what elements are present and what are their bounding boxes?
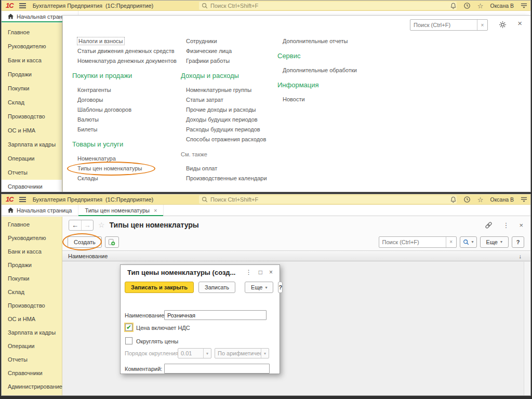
vertical-scrollbar[interactable] [524,262,530,395]
history-icon[interactable] [463,2,471,9]
sidebar-item-spravochniki[interactable]: Справочники [2,366,62,380]
name-input[interactable] [164,310,267,320]
help-button[interactable]: ? [512,236,524,248]
menu-item-sotrudniki[interactable]: Сотрудники [181,36,267,46]
sort-descending-icon[interactable]: ↓ [519,253,522,259]
main-menu-icon[interactable] [19,3,26,8]
forward-arrow-button[interactable]: → [81,220,93,230]
sidebar-item-os-nma[interactable]: ОС и НМА [2,124,62,138]
menu-item-valyuty[interactable]: Валюты [72,115,177,125]
menu-search-clear-icon[interactable]: × [477,20,487,30]
maximize-icon[interactable]: □ [259,269,262,276]
create-group-button[interactable] [105,236,119,248]
sidebar-item-glavnoe[interactable]: Главное [2,25,62,39]
dialog-help-button[interactable]: ? [278,282,283,293]
menu-item-prochie[interactable]: Прочие доходы и расходы [181,105,267,115]
menu-item-dop-obrabotki[interactable]: Дополнительные обработки [277,65,357,75]
sidebar-item-prodazhi[interactable]: Продажи [2,258,62,272]
sidebar-item-proizvodstvo[interactable]: Производство [2,299,62,312]
menu-search-input[interactable] [410,22,477,28]
create-button[interactable]: Создать [68,236,102,248]
dialog-window-icons: ⋮ □ × [246,269,273,276]
sidebar-item-prodazhi[interactable]: Продажи [2,68,62,82]
sidebar-item-proizvodstvo[interactable]: Производство [2,110,62,124]
menu-item-dds[interactable]: Статьи движения денежных средств [72,46,177,56]
sidebar-item-spravochniki[interactable]: Справочники [2,180,62,192]
tab-home[interactable]: Начальная страница [2,205,78,216]
menu-item-grafiki[interactable]: Графики работы [181,56,267,66]
sidebar-item-otchety[interactable]: Отчеты [2,166,62,180]
more-button[interactable]: Еще ▾ [480,236,509,248]
menu-item-bilety[interactable]: Билеты [72,125,177,135]
sidebar-item-rukovoditelyu[interactable]: Руководителю [2,39,62,54]
back-arrow-button[interactable]: ← [69,220,81,230]
global-search-input[interactable]: Поиск Ctrl+Shift+F [199,2,457,10]
user-menu[interactable]: Оксана В [490,196,514,203]
menu-item-kontragenty[interactable]: Контрагенты [72,85,177,95]
notifications-bell-icon[interactable] [450,196,457,203]
menu-item-den-dokumenty[interactable]: Номенклатура денежных документов [72,56,177,66]
sidebar-item-pokupki[interactable]: Покупки [2,272,62,285]
menu-item-dogovory[interactable]: Договоры [72,95,177,105]
round-checkbox[interactable] [125,337,132,344]
sidebar-item-glavnoe[interactable]: Главное [2,218,62,231]
menu-item-novosti[interactable]: Новости [277,95,357,104]
sidebar-item-operacii[interactable]: Операции [2,339,62,353]
menu-item-dohody-bp[interactable]: Доходы будущих периодов [181,115,267,125]
list-column-header[interactable]: Наименование ↓ [62,250,530,261]
gear-icon[interactable] [499,21,507,29]
kebab-menu-icon[interactable]: ⋮ [502,221,509,229]
tab-close-icon[interactable]: × [154,207,157,214]
menu-item-dop-otchety[interactable]: Дополнительные отчеты [277,36,357,46]
sidebar-item-bank-kassa[interactable]: Банк и касса [2,54,62,68]
menu-item-stati-zatrat[interactable]: Статьи затрат [181,95,267,105]
kebab-menu-icon[interactable]: ⋮ [246,269,252,276]
global-search-input[interactable]: Поиск Ctrl+Shift+F [199,195,457,204]
menu-item-rashody-bp[interactable]: Расходы будущих периодов [181,125,267,135]
menu-item-fiz-lica[interactable]: Физические лица [181,46,267,56]
sidebar-item-zarplata[interactable]: Зарплата и кадры [2,138,62,152]
menu-item-tipy-cen[interactable]: Типы цен номенклатуры [72,164,177,174]
dialog-more-button[interactable]: Еще ▾ [245,282,273,293]
sidebar-item-pokupki[interactable]: Покупки [2,82,62,96]
link-icon[interactable] [485,221,493,229]
main-menu-icon[interactable] [19,197,26,202]
sidebar-item-os-nma[interactable]: ОС и НМА [2,312,62,326]
comment-input[interactable] [164,364,270,374]
sidebar-item-sklad[interactable]: Склад [2,96,62,110]
menu-item-sposoby[interactable]: Способы отражения расходов [181,135,267,144]
list-search-clear-icon[interactable]: × [446,237,456,247]
menu-item-nalogi[interactable]: Налоги и взносы [72,36,177,46]
close-view-icon[interactable]: × [519,221,523,229]
sidebar-item-administrirovanie[interactable]: Администрирование [2,380,62,393]
collapse-panel-icon[interactable] [521,3,527,9]
sidebar-item-operacii[interactable]: Операции [2,152,62,166]
sidebar-item-bank-kassa[interactable]: Банк и касса [2,245,62,258]
collapse-panel-icon[interactable] [521,196,527,203]
menu-item-vidy-oplat[interactable]: Виды оплат [181,164,267,174]
menu-item-nomenklatura[interactable]: Номенклатура [72,154,177,164]
favorites-star-icon[interactable]: ☆ [477,3,484,9]
menu-item-sklady[interactable]: Склады [72,174,177,183]
sidebar-item-rukovoditelyu[interactable]: Руководителю [2,231,62,245]
list-search-input[interactable] [379,239,446,245]
close-icon[interactable]: × [269,269,273,276]
favorites-star-icon[interactable]: ☆ [477,196,484,203]
menu-close-icon[interactable]: × [517,19,522,28]
save-button[interactable]: Записать [198,282,235,293]
menu-item-shablony[interactable]: Шаблоны договоров [72,105,177,115]
sidebar-item-zarplata[interactable]: Зарплата и кадры [2,326,62,339]
history-icon[interactable] [463,196,471,203]
favorite-star-icon[interactable]: ☆ [98,221,105,229]
find-button[interactable]: ▾ [460,236,477,248]
menu-item-proizv-kalendari[interactable]: Производственные календари [181,174,267,183]
dialog-titlebar: Тип цены номенклатуры (созд... ⋮ □ × [121,265,280,280]
save-and-close-button[interactable]: Записать и закрыть [125,282,194,293]
menu-item-nom-gruppy[interactable]: Номенклатурные группы [181,85,267,95]
tab-price-types[interactable]: Типы цен номенклатуры × [78,205,164,216]
sidebar-item-sklad[interactable]: Склад [2,285,62,299]
user-menu[interactable]: Оксана В [490,3,514,9]
notifications-bell-icon[interactable] [450,2,457,9]
vat-checkbox[interactable]: ✔ [125,324,132,331]
sidebar-item-otchety[interactable]: Отчеты [2,353,62,366]
